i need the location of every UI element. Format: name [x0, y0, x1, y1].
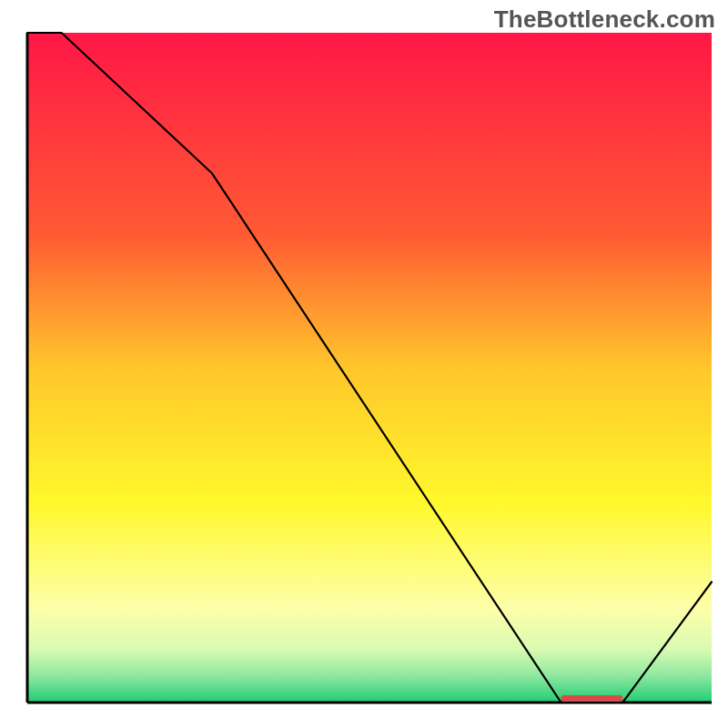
chart-frame: TheBottleneck.com — [0, 0, 728, 728]
bottom-marker — [561, 695, 623, 702]
chart-svg — [0, 0, 728, 728]
watermark-text: TheBottleneck.com — [494, 5, 715, 34]
chart-background — [27, 33, 712, 703]
